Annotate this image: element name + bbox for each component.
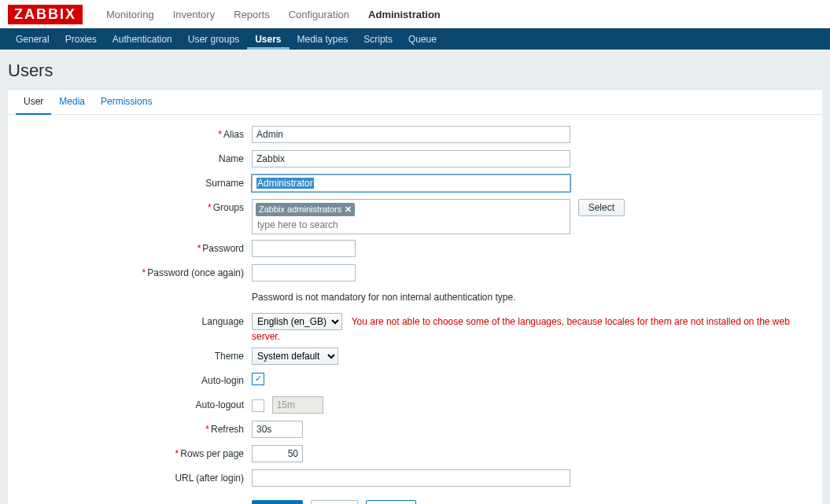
label-theme: Theme <box>16 348 252 362</box>
alias-input[interactable] <box>252 126 570 143</box>
label-auto-login: Auto-login <box>16 372 252 386</box>
auto-login-checkbox[interactable]: ✓ <box>252 373 264 385</box>
topnav-inventory[interactable]: Inventory <box>164 0 224 28</box>
surname-input[interactable]: Administrator <box>252 175 570 192</box>
language-select[interactable]: English (en_GB) <box>252 313 342 330</box>
subnav-media-types[interactable]: Media types <box>290 28 356 50</box>
auto-logout-checkbox[interactable] <box>252 399 264 412</box>
tabs: User Media Permissions <box>8 90 822 115</box>
select-button[interactable]: Select <box>578 199 625 216</box>
label-url: URL (after login) <box>16 469 252 484</box>
subnav-scripts[interactable]: Scripts <box>356 28 400 50</box>
subnav-user-groups[interactable]: User groups <box>180 28 247 50</box>
topnav-administration[interactable]: Administration <box>359 0 450 28</box>
topnav-configuration[interactable]: Configuration <box>279 0 359 28</box>
topnav-reports[interactable]: Reports <box>224 0 279 28</box>
url-input[interactable] <box>252 469 570 487</box>
name-input[interactable] <box>252 150 570 167</box>
tab-media[interactable]: Media <box>51 90 93 114</box>
password-again-input[interactable] <box>252 264 356 281</box>
topnav-monitoring[interactable]: Monitoring <box>97 0 164 28</box>
group-tag: Zabbix administrators✕ <box>256 203 355 216</box>
subnav-authentication[interactable]: Authentication <box>105 28 180 50</box>
groups-search-input[interactable] <box>254 218 411 232</box>
label-password-again: *Password (once again) <box>16 264 252 278</box>
page-title: Users <box>0 50 830 89</box>
password-hint: Password is not mandatory for non intern… <box>252 289 814 303</box>
subnav-proxies[interactable]: Proxies <box>57 28 105 50</box>
subnav-general[interactable]: General <box>8 28 57 50</box>
form-card: User Media Permissions *Alias Name Surna… <box>8 89 822 504</box>
tab-permissions[interactable]: Permissions <box>93 90 160 114</box>
logo: ZABBIX <box>8 5 83 24</box>
top-nav: ZABBIX Monitoring Inventory Reports Conf… <box>0 0 830 28</box>
rows-input[interactable] <box>252 445 303 462</box>
delete-button: Delete <box>311 500 359 504</box>
subnav-users[interactable]: Users <box>247 28 289 50</box>
cancel-button[interactable]: Cancel <box>366 500 415 504</box>
remove-tag-icon[interactable]: ✕ <box>345 204 352 214</box>
label-auto-logout: Auto-logout <box>16 396 252 410</box>
label-name: Name <box>16 150 252 164</box>
label-rows: *Rows per page <box>16 445 252 459</box>
sub-nav: General Proxies Authentication User grou… <box>0 28 830 50</box>
label-language: Language <box>16 313 252 327</box>
update-button[interactable]: Update <box>252 500 303 504</box>
tab-user[interactable]: User <box>16 90 51 115</box>
label-surname: Surname <box>16 175 252 189</box>
refresh-input[interactable] <box>252 421 303 438</box>
user-form: *Alias Name Surname Administrator *Group… <box>8 115 822 504</box>
label-refresh: *Refresh <box>16 421 252 435</box>
groups-multiselect[interactable]: Zabbix administrators✕ <box>252 199 570 234</box>
label-password: *Password <box>16 240 252 254</box>
theme-select[interactable]: System default <box>252 348 338 365</box>
password-input[interactable] <box>252 240 356 257</box>
label-groups: *Groups <box>16 199 252 213</box>
label-alias: *Alias <box>16 126 252 140</box>
auto-logout-input <box>272 396 323 414</box>
